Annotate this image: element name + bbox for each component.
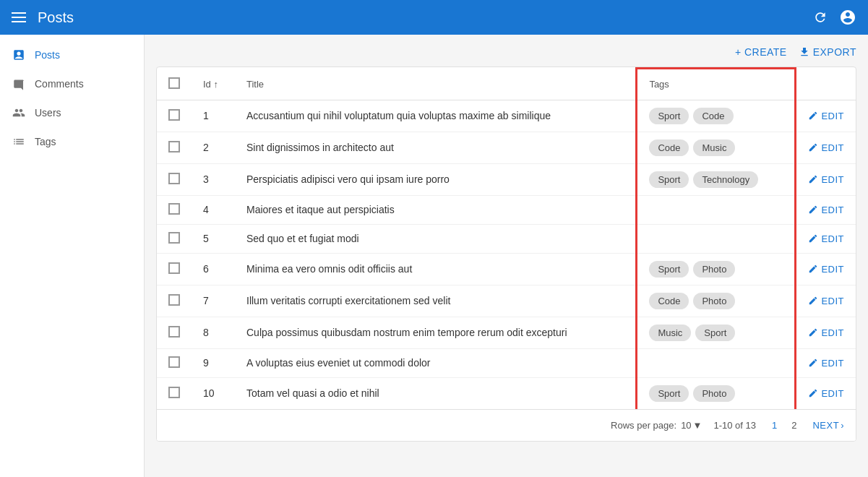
table-row: 8Culpa possimus quibusdam nostrum enim t… — [157, 317, 856, 348]
tag-chip[interactable]: Music — [649, 325, 691, 341]
main-content: + CREATE EXPORT Id ↑ Title Tags — [145, 35, 868, 477]
sidebar-item-comments-label: Comments — [35, 78, 84, 90]
table-row: 6Minima ea vero omnis odit officiis autS… — [157, 253, 856, 285]
table-row: 2Sint dignissimos in architecto autCodeM… — [157, 132, 856, 163]
row-tags: SportPhoto — [637, 377, 796, 409]
row-title: Sint dignissimos in architecto aut — [235, 132, 637, 163]
row-checkbox-1[interactable] — [168, 109, 180, 121]
rows-per-page-select[interactable]: 10 ▼ — [681, 420, 702, 431]
edit-button-9[interactable]: EDIT — [808, 358, 844, 369]
row-id: 10 — [192, 377, 235, 409]
next-label: NEXT — [812, 420, 839, 431]
page-numbers: 1 2 — [768, 418, 801, 432]
row-id: 7 — [192, 285, 235, 317]
table-row: 7Illum veritatis corrupti exercitationem… — [157, 285, 856, 317]
row-title: Sed quo et et fugiat modi — [235, 224, 637, 253]
next-chevron-icon: › — [841, 420, 844, 431]
row-title: Accusantium qui nihil voluptatum quia vo… — [235, 100, 637, 132]
rows-per-page-label: Rows per page: — [611, 420, 676, 431]
toolbar: + CREATE EXPORT — [156, 46, 856, 58]
tag-chip[interactable]: Code — [693, 108, 733, 124]
row-checkbox-8[interactable] — [168, 326, 180, 338]
tag-chip[interactable]: Sport — [649, 261, 689, 278]
rows-per-page: Rows per page: 10 ▼ — [611, 420, 702, 431]
row-tags: SportCode — [637, 100, 796, 132]
row-checkbox-10[interactable] — [168, 387, 180, 398]
edit-button-7[interactable]: EDIT — [808, 296, 844, 306]
row-tags: CodeMusic — [637, 132, 796, 163]
id-column-header[interactable]: Id ↑ — [192, 69, 235, 100]
row-checkbox-9[interactable] — [168, 356, 180, 368]
tag-chip[interactable]: Technology — [693, 171, 758, 188]
topbar: Posts — [0, 0, 868, 35]
sidebar: Posts Comments Users Tags — [0, 35, 145, 477]
page-title: Posts — [38, 9, 802, 26]
table-row: 5Sed quo et et fugiat modi EDIT — [157, 224, 856, 253]
tag-chip[interactable]: Sport — [649, 108, 689, 124]
tag-chip[interactable]: Sport — [695, 325, 735, 341]
edit-button-6[interactable]: EDIT — [808, 264, 844, 275]
select-all-checkbox[interactable] — [168, 77, 180, 89]
row-checkbox-2[interactable] — [168, 141, 180, 152]
create-label: + CREATE — [735, 46, 787, 58]
row-checkbox-7[interactable] — [168, 294, 180, 306]
edit-button-4[interactable]: EDIT — [808, 205, 844, 215]
tag-chip[interactable]: Sport — [649, 385, 689, 402]
menu-icon[interactable] — [12, 12, 26, 22]
tag-chip[interactable]: Sport — [649, 171, 689, 188]
row-id: 1 — [192, 100, 235, 132]
page-2-button[interactable]: 2 — [787, 418, 801, 432]
row-tags: CodePhoto — [637, 285, 796, 317]
refresh-icon[interactable] — [813, 10, 828, 25]
row-id: 9 — [192, 348, 235, 377]
account-icon[interactable] — [839, 9, 856, 26]
row-id: 2 — [192, 132, 235, 163]
posts-table: Id ↑ Title Tags 1Accusantium qui nihil v… — [156, 66, 856, 442]
edit-button-1[interactable]: EDIT — [808, 111, 844, 121]
pagination-range: 1-10 of 13 — [713, 420, 756, 431]
row-title: Illum veritatis corrupti exercitationem … — [235, 285, 637, 317]
sidebar-item-users[interactable]: Users — [0, 98, 144, 127]
row-checkbox-4[interactable] — [168, 203, 180, 215]
row-title: Perspiciatis adipisci vero qui ipsam iur… — [235, 163, 637, 195]
tag-chip[interactable]: Photo — [693, 293, 735, 309]
users-icon — [12, 106, 26, 120]
tag-chip[interactable]: Photo — [693, 261, 735, 278]
tag-chip[interactable]: Code — [649, 139, 689, 156]
row-id: 8 — [192, 317, 235, 348]
row-id: 4 — [192, 195, 235, 224]
next-button[interactable]: NEXT › — [812, 420, 844, 431]
tag-chip[interactable]: Code — [649, 293, 689, 309]
row-tags: SportTechnology — [637, 163, 796, 195]
row-id: 6 — [192, 253, 235, 285]
page-1-button[interactable]: 1 — [768, 418, 781, 432]
tag-chip[interactable]: Music — [693, 139, 735, 156]
tags-icon — [12, 134, 26, 149]
row-checkbox-5[interactable] — [168, 232, 180, 244]
select-all-header — [157, 69, 192, 100]
row-checkbox-6[interactable] — [168, 262, 180, 274]
table-row: 4Maiores et itaque aut perspiciatis EDIT — [157, 195, 856, 224]
row-title: A voluptas eius eveniet ut commodi dolor — [235, 348, 637, 377]
comments-icon — [12, 77, 26, 91]
row-tags: SportPhoto — [637, 253, 796, 285]
export-button[interactable]: EXPORT — [799, 46, 856, 58]
edit-button-2[interactable]: EDIT — [808, 142, 844, 153]
sidebar-item-tags[interactable]: Tags — [0, 127, 144, 156]
sidebar-item-comments[interactable]: Comments — [0, 69, 144, 98]
create-button[interactable]: + CREATE — [735, 46, 787, 58]
edit-button-8[interactable]: EDIT — [808, 327, 844, 338]
table-row: 10Totam vel quasi a odio et nihilSportPh… — [157, 377, 856, 409]
row-checkbox-3[interactable] — [168, 173, 180, 184]
edit-button-10[interactable]: EDIT — [808, 388, 844, 399]
edit-button-5[interactable]: EDIT — [808, 233, 844, 244]
edit-column-header — [796, 69, 856, 100]
sidebar-item-posts[interactable]: Posts — [0, 40, 144, 69]
table-row: 3Perspiciatis adipisci vero qui ipsam iu… — [157, 163, 856, 195]
table-row: 9A voluptas eius eveniet ut commodi dolo… — [157, 348, 856, 377]
sidebar-item-posts-label: Posts — [35, 49, 60, 61]
tag-chip[interactable]: Photo — [693, 385, 735, 402]
edit-button-3[interactable]: EDIT — [808, 174, 844, 185]
export-label: EXPORT — [813, 46, 856, 58]
rows-per-page-dropdown-icon[interactable]: ▼ — [693, 420, 702, 431]
